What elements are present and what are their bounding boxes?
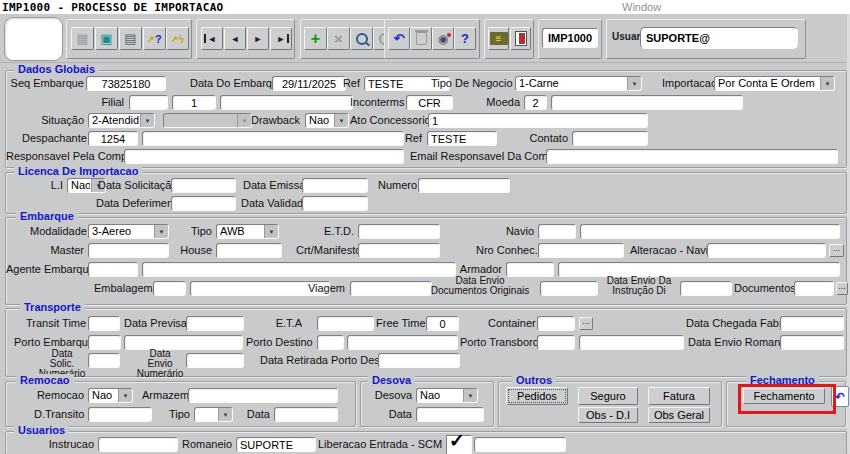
- master-field[interactable]: [88, 243, 169, 258]
- instrucao-field[interactable]: [98, 437, 178, 452]
- delete-record-button[interactable]: ×: [327, 27, 350, 50]
- desova-data-field[interactable]: [416, 407, 484, 422]
- fatura-button[interactable]: Fatura: [648, 387, 710, 405]
- tipo-de-negocio-select[interactable]: 1-Carne▼: [515, 76, 642, 91]
- screen-button[interactable]: ▣: [95, 27, 118, 50]
- help-query-button[interactable]: ↗?: [143, 27, 166, 50]
- data-envio-romaneio-field[interactable]: [780, 335, 844, 350]
- alteracao-navio-field[interactable]: [707, 243, 826, 258]
- next-record-button[interactable]: ►: [247, 27, 269, 50]
- data-previsao-field[interactable]: [186, 316, 244, 331]
- exit-button[interactable]: [510, 27, 531, 50]
- porto-transbordo-name-field[interactable]: [579, 335, 684, 350]
- obs-geral-button[interactable]: Obs Geral: [648, 407, 710, 423]
- save-button[interactable]: ▦: [71, 27, 94, 50]
- moeda-name-field[interactable]: [551, 95, 743, 110]
- embalagem-code-field[interactable]: [153, 281, 186, 296]
- documentos-field[interactable]: [794, 281, 834, 296]
- data-solic-numerario-field[interactable]: [88, 353, 120, 368]
- clear-button[interactable]: [410, 27, 432, 50]
- navio-name-field[interactable]: [580, 224, 840, 239]
- data-envio-doc-field[interactable]: [540, 281, 598, 296]
- data-emissao-field[interactable]: [302, 178, 368, 193]
- container-field[interactable]: [537, 316, 575, 331]
- previous-record-button[interactable]: ◄: [224, 27, 246, 50]
- data-chegada-fabrica-field[interactable]: [780, 316, 844, 331]
- ref2-field[interactable]: [427, 131, 497, 146]
- contato-field[interactable]: [572, 131, 648, 146]
- despachante-name-field[interactable]: [142, 131, 404, 146]
- help-execute-button[interactable]: ↗ϟ: [166, 27, 189, 50]
- data-envio-instrucao-field[interactable]: [680, 281, 732, 296]
- responsavel-field[interactable]: [124, 149, 404, 164]
- container-browse-button[interactable]: ...: [579, 317, 593, 330]
- print-button[interactable]: ▤: [119, 27, 142, 50]
- data-deferimento-field[interactable]: [171, 196, 236, 211]
- data-solicitacao-field[interactable]: [171, 178, 236, 193]
- data-envio-numerario-field[interactable]: [186, 353, 244, 368]
- undo-button[interactable]: ↶: [388, 27, 410, 50]
- keys-button[interactable]: ≡: [488, 27, 509, 50]
- seq-embarque-field[interactable]: [86, 76, 166, 91]
- romaneio-field[interactable]: [236, 437, 316, 452]
- liberacao-entrada-scm-checkbox[interactable]: ✓: [446, 435, 472, 454]
- tipo-select[interactable]: AWB▼: [216, 224, 279, 239]
- inconterms-field[interactable]: [406, 95, 453, 110]
- armador-name-field[interactable]: [558, 262, 840, 277]
- filial-num-field[interactable]: [172, 95, 216, 110]
- remocao-data-field[interactable]: [274, 407, 338, 422]
- menu-window[interactable]: Window: [622, 1, 661, 13]
- filial-code-field[interactable]: [129, 95, 168, 110]
- pedidos-button[interactable]: Pedidos: [506, 387, 568, 405]
- agente-code-field[interactable]: [88, 262, 138, 277]
- situacao-select[interactable]: 2-Atendido▼: [88, 113, 155, 128]
- drawback-select[interactable]: Nao▼: [305, 113, 349, 128]
- obs-di-button[interactable]: Obs - D.I: [578, 407, 638, 423]
- enter-query-button[interactable]: [350, 27, 373, 50]
- eta-field[interactable]: [317, 316, 374, 331]
- alteracao-navio-browse-button[interactable]: ...: [829, 244, 844, 257]
- first-record-button[interactable]: ◄: [201, 27, 223, 50]
- attachments-button[interactable]: ◉: [432, 27, 454, 50]
- numero-field[interactable]: [418, 178, 510, 193]
- free-time-field[interactable]: [426, 316, 459, 331]
- add-record-button[interactable]: +: [304, 27, 327, 50]
- porto-destino-code-field[interactable]: [317, 335, 344, 350]
- etd-field[interactable]: [358, 224, 440, 239]
- filial-name-field[interactable]: [220, 95, 353, 110]
- situacao-extra-select: ▼: [163, 113, 252, 128]
- seguro-button[interactable]: Seguro: [578, 387, 638, 405]
- porto-transbordo-code-field[interactable]: [537, 335, 575, 350]
- agente-name-field[interactable]: [142, 262, 456, 277]
- desova-select[interactable]: Nao▼: [416, 388, 478, 403]
- data-validade-field[interactable]: [302, 196, 368, 211]
- remocao-tipo-select[interactable]: ▼: [194, 407, 233, 422]
- armador-code-field[interactable]: [506, 262, 554, 277]
- data-retirada-porto-destino-field[interactable]: [378, 353, 460, 368]
- modalidade-select[interactable]: 3-Aereo▼: [88, 224, 169, 239]
- moeda-code-field[interactable]: [524, 95, 547, 110]
- porto-destino-name-field[interactable]: [347, 335, 458, 350]
- documentos-browse-button[interactable]: ...: [836, 282, 848, 295]
- d-transito-field[interactable]: [88, 407, 152, 422]
- transit-time-field[interactable]: [88, 316, 120, 331]
- nro-conhec-field[interactable]: [538, 243, 624, 258]
- email-responsavel-field[interactable]: [546, 149, 838, 164]
- usuario-field[interactable]: [640, 27, 798, 49]
- last-record-button[interactable]: ►: [270, 27, 292, 50]
- navio-code-field[interactable]: [538, 224, 576, 239]
- armazem-field[interactable]: [188, 388, 338, 403]
- liberacao-field[interactable]: [474, 437, 566, 452]
- program-id-field[interactable]: [542, 28, 598, 48]
- importacao-select[interactable]: Por Conta E Ordem▼: [714, 76, 835, 91]
- data-envio-numerario-label: Data Envio Numerário: [136, 349, 184, 379]
- ato-concessorio-field[interactable]: [428, 113, 648, 128]
- porto-embarque-name-field[interactable]: [124, 335, 243, 350]
- remocao-select[interactable]: Nao▼: [88, 388, 133, 403]
- viagem-field[interactable]: [350, 281, 432, 296]
- house-field[interactable]: [216, 243, 282, 258]
- porto-embarque-code-field[interactable]: [88, 335, 121, 350]
- help-button[interactable]: ?: [454, 27, 476, 50]
- despachante-code-field[interactable]: [88, 131, 138, 146]
- crt-manifesto-field[interactable]: [358, 243, 440, 258]
